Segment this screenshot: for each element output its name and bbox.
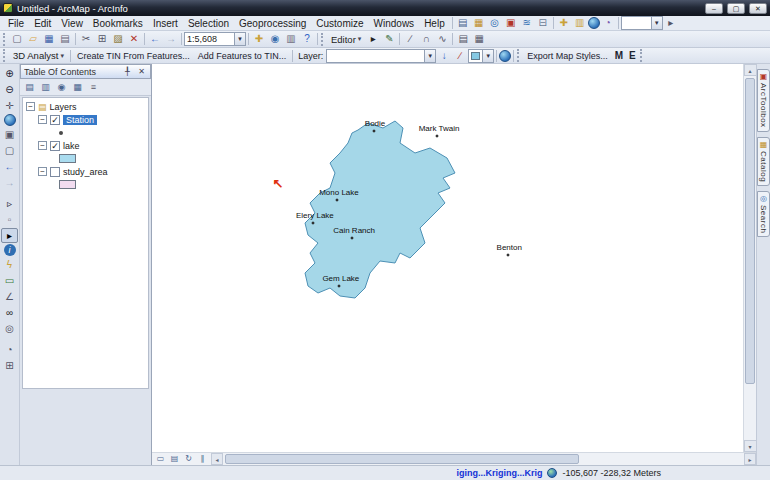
forward-extent-tool[interactable]: →	[1, 175, 18, 190]
list-by-drawing-order-icon[interactable]: ▤	[22, 80, 37, 94]
expander-icon[interactable]: −	[38, 141, 47, 150]
zoom-to-data-icon[interactable]: ◉	[267, 32, 283, 46]
layer-label[interactable]: study_area	[63, 167, 108, 177]
window-extra-icon[interactable]: ▸	[663, 16, 679, 30]
open-icon[interactable]: ▱	[25, 32, 41, 46]
pause-drawing-button[interactable]: ∥	[196, 454, 209, 465]
layer-label[interactable]: Station	[63, 115, 97, 125]
identify-tool[interactable]: i	[4, 244, 16, 256]
list-by-selection-icon[interactable]: ▦	[70, 80, 85, 94]
expander-icon[interactable]: −	[38, 115, 47, 124]
arctoolbox-window-icon[interactable]: ▣	[503, 16, 519, 30]
back-extent-tool[interactable]: ←	[1, 159, 18, 174]
print-icon[interactable]: ▤	[57, 32, 73, 46]
pin-icon[interactable]: ╀	[122, 67, 133, 76]
fixed-zoom-out-tool[interactable]: ▢	[1, 143, 18, 158]
menu-item-help[interactable]: Help	[419, 18, 450, 29]
hyperlink-tool[interactable]: ϟ	[1, 257, 18, 272]
chevron-down-icon[interactable]: ▼	[651, 17, 662, 29]
layer-checkbox[interactable]: ✓	[50, 115, 60, 125]
list-by-source-icon[interactable]: ▥	[38, 80, 53, 94]
scroll-up-icon[interactable]: ▴	[744, 64, 757, 76]
m-button[interactable]: M	[612, 49, 626, 63]
copy-icon[interactable]: ⊞	[94, 32, 110, 46]
new-map-icon[interactable]: ▢	[9, 32, 25, 46]
trace-icon[interactable]: ∿	[434, 32, 450, 46]
menu-item-selection[interactable]: Selection	[183, 18, 234, 29]
map-canvas[interactable]: BodieMark TwainMono LakeElery LakeCain R…	[152, 64, 743, 452]
modelbuilder-icon[interactable]: ⊟	[535, 16, 551, 30]
pan-tool[interactable]: ✛	[1, 98, 18, 113]
vertical-scrollbar[interactable]: ▴ ▾	[743, 64, 756, 452]
cut-icon[interactable]: ✂	[78, 32, 94, 46]
undo-icon[interactable]: ←	[147, 32, 163, 46]
hscroll-thumb[interactable]	[225, 454, 579, 464]
sketch-properties-icon[interactable]: ▦	[471, 32, 487, 46]
toolbar-grip[interactable]	[640, 49, 643, 62]
menu-item-file[interactable]: File	[3, 18, 29, 29]
full-extent-tool[interactable]	[4, 114, 16, 126]
polygon-swatch[interactable]	[59, 180, 76, 189]
open-table-icon[interactable]: ▥	[283, 32, 299, 46]
zoom-in-tool[interactable]: ⊕	[1, 66, 18, 81]
arcscene-launch-icon[interactable]: ◔	[600, 16, 616, 30]
viewer-window-tool[interactable]: ⊞	[1, 358, 18, 373]
arc-segment-icon[interactable]: ∩	[418, 32, 434, 46]
scroll-down-icon[interactable]: ▾	[744, 440, 757, 452]
scale-combo[interactable]: 1:5,608▼	[184, 32, 246, 46]
maximize-button[interactable]: ▢	[727, 3, 745, 14]
layers-root-label[interactable]: Layers	[50, 102, 77, 112]
find-tool[interactable]: ∞	[1, 305, 18, 320]
minimize-button[interactable]: –	[705, 3, 723, 14]
scroll-right-icon[interactable]: ▸	[744, 453, 756, 465]
straight-segment-icon[interactable]: ∕	[402, 32, 418, 46]
chevron-down-icon[interactable]: ▼	[424, 50, 435, 62]
close-button[interactable]: ✕	[749, 3, 767, 14]
layer-label[interactable]: lake	[63, 141, 80, 151]
layer-checkbox[interactable]	[50, 167, 60, 177]
vscroll-thumb[interactable]	[745, 78, 755, 384]
lake-polygon[interactable]	[305, 121, 455, 298]
layer-checkbox[interactable]: ✓	[50, 141, 60, 151]
close-icon[interactable]: ✕	[136, 67, 147, 76]
vscroll-track[interactable]	[744, 76, 756, 440]
chevron-down-icon[interactable]: ▼	[482, 50, 493, 62]
select-features-tool[interactable]: ▹	[1, 196, 18, 211]
toc-options-icon[interactable]: ≡	[86, 80, 101, 94]
time-slider-tool[interactable]: ◔	[1, 342, 18, 357]
toolbar-grip[interactable]	[3, 33, 6, 46]
toc-window-icon[interactable]: ▤	[455, 16, 471, 30]
add-data-icon[interactable]: ✚	[251, 32, 267, 46]
tab-arctoolbox[interactable]: ▣ArcToolbox	[757, 69, 770, 132]
fixed-zoom-in-tool[interactable]: ▣	[1, 127, 18, 142]
editor-menu[interactable]: Editor▾	[327, 34, 365, 45]
list-by-visibility-icon[interactable]: ◉	[54, 80, 69, 94]
expander-icon[interactable]: −	[38, 167, 47, 176]
globe-view-icon[interactable]	[499, 50, 511, 62]
go-to-xy-tool[interactable]: ◎	[1, 321, 18, 336]
arcglobe-launch-icon[interactable]	[588, 17, 600, 29]
3d-analyst-menu[interactable]: 3D Analyst▾	[9, 50, 68, 61]
edit-tool-icon[interactable]: ▸	[365, 32, 381, 46]
tab-search[interactable]: ◎Search	[757, 191, 770, 237]
layout-view-button[interactable]: ▤	[168, 454, 181, 465]
menu-item-edit[interactable]: Edit	[29, 18, 56, 29]
menu-item-view[interactable]: View	[56, 18, 88, 29]
measure-tool[interactable]: ∠	[1, 289, 18, 304]
toolbar-grip[interactable]	[3, 49, 6, 62]
quick-access-combo[interactable]: ▼	[621, 16, 663, 30]
interpolate-point-icon[interactable]: ↓	[436, 49, 452, 63]
what-is-this-icon[interactable]: ?	[299, 32, 315, 46]
menu-item-windows[interactable]: Windows	[369, 18, 420, 29]
create-features-icon[interactable]: ✎	[381, 32, 397, 46]
select-elements-tool[interactable]: ▸	[1, 228, 18, 243]
create-tin-button[interactable]: Create TIN From Features...	[73, 49, 194, 63]
python-window-icon[interactable]: ≋	[519, 16, 535, 30]
delete-icon[interactable]: ✕	[126, 32, 142, 46]
layer-combo[interactable]: ▼	[326, 49, 436, 63]
menu-item-bookmarks[interactable]: Bookmarks	[88, 18, 148, 29]
paste-icon[interactable]: ▨	[110, 32, 126, 46]
menu-item-geoprocessing[interactable]: Geoprocessing	[234, 18, 311, 29]
zoom-out-tool[interactable]: ⊖	[1, 82, 18, 97]
clear-selection-tool[interactable]: ▫	[1, 212, 18, 227]
